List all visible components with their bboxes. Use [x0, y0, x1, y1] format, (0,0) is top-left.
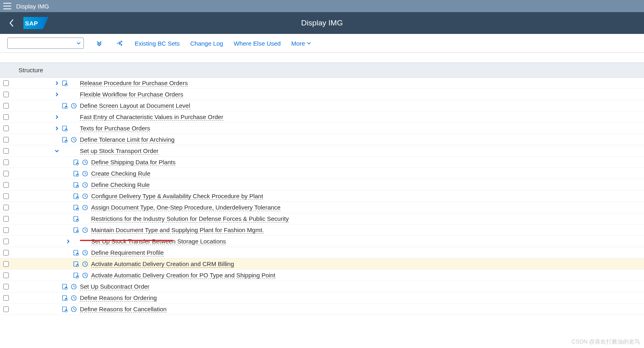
img-execute-icon[interactable] — [81, 272, 89, 279]
img-doc-icon[interactable] — [73, 226, 80, 234]
tree-row-label[interactable]: Create Checking Rule — [91, 170, 150, 177]
row-checkbox[interactable] — [3, 227, 9, 233]
img-execute-icon[interactable] — [81, 181, 89, 189]
tree-row[interactable]: Texts for Purchase Orders — [0, 123, 644, 134]
row-checkbox[interactable] — [3, 295, 9, 301]
img-doc-icon[interactable] — [61, 80, 69, 87]
tree-row[interactable]: Maintain Document Type and Supplying Pla… — [0, 224, 644, 236]
tree-row-label[interactable]: Fast Entry of Characteristic Values in P… — [80, 113, 223, 121]
tree-row[interactable]: Configure Delivery Type & Availability C… — [0, 191, 644, 202]
img-execute-icon[interactable] — [70, 306, 77, 313]
img-execute-icon[interactable] — [70, 294, 77, 302]
tree-row-label[interactable]: Assign Document Type, One-Step Procedure… — [91, 204, 281, 211]
expand-all-icon[interactable] — [94, 38, 104, 48]
img-execute-icon[interactable] — [81, 226, 89, 234]
tree-row[interactable]: Activate Automatic Delivery Creation and… — [0, 258, 644, 270]
more-menu[interactable]: More — [291, 40, 311, 47]
tree-row[interactable]: Fast Entry of Characteristic Values in P… — [0, 111, 644, 123]
menu-hamburger-icon[interactable] — [3, 3, 11, 9]
find-position-icon[interactable] — [115, 38, 124, 48]
row-checkbox[interactable] — [3, 171, 9, 176]
img-doc-icon[interactable] — [73, 170, 80, 177]
row-checkbox[interactable] — [3, 114, 9, 120]
img-execute-icon[interactable] — [70, 102, 77, 109]
img-doc-icon[interactable] — [73, 272, 80, 279]
tree-row[interactable]: Set Up Stock Transfer Between Storage Lo… — [0, 236, 644, 247]
tree-row-label[interactable]: Flexible Workflow for Purchase Orders — [80, 91, 183, 98]
tree-row-label[interactable]: Maintain Document Type and Supplying Pla… — [91, 226, 264, 234]
tree-row[interactable]: Define Reasons for Cancellation — [0, 304, 644, 315]
row-checkbox[interactable] — [3, 92, 9, 97]
tree-row[interactable]: Define Checking Rule — [0, 179, 644, 191]
img-doc-icon[interactable] — [73, 249, 80, 256]
expand-icon[interactable] — [52, 126, 61, 131]
row-checkbox[interactable] — [3, 216, 9, 222]
tree-row-label[interactable]: Restrictions for the Industry Solution f… — [91, 215, 289, 222]
tree-row-label[interactable]: Set up Stock Transport Order — [80, 147, 158, 155]
tree-row[interactable]: Define Tolerance Limit for Archiving — [0, 134, 644, 145]
img-doc-icon[interactable] — [73, 204, 80, 211]
img-doc-icon[interactable] — [61, 136, 69, 143]
row-checkbox[interactable] — [3, 137, 9, 143]
tree-row[interactable]: Define Requirement Profile — [0, 247, 644, 258]
tree-row-label[interactable]: Define Reasons for Ordering — [80, 294, 157, 302]
tree-row-label[interactable]: Define Reasons for Cancellation — [80, 306, 167, 313]
tree-row[interactable]: Activate Automatic Delivery Creation for… — [0, 270, 644, 281]
img-execute-icon[interactable] — [81, 249, 89, 256]
img-doc-icon[interactable] — [61, 306, 69, 313]
row-checkbox[interactable] — [3, 159, 9, 165]
img-execute-icon[interactable] — [81, 193, 89, 200]
tree-row[interactable]: Define Screen Layout at Document Level — [0, 100, 644, 111]
tree-row-label[interactable]: Define Shipping Data for Plants — [91, 159, 175, 166]
existing-bc-sets-link[interactable]: Existing BC Sets — [135, 40, 180, 47]
img-doc-icon[interactable] — [61, 283, 69, 290]
tree-row-label[interactable]: Activate Automatic Delivery Creation and… — [91, 260, 234, 268]
row-checkbox[interactable] — [3, 193, 9, 199]
expand-icon[interactable] — [52, 115, 61, 119]
row-checkbox[interactable] — [3, 103, 9, 109]
img-doc-icon[interactable] — [73, 159, 80, 166]
row-checkbox[interactable] — [3, 306, 9, 312]
tree-row-label[interactable]: Set Up Subcontract Order — [80, 283, 150, 290]
row-checkbox[interactable] — [3, 126, 9, 131]
tree-row[interactable]: Set up Stock Transport Order — [0, 145, 644, 157]
img-doc-icon[interactable] — [73, 215, 80, 222]
img-execute-icon[interactable] — [81, 260, 89, 268]
tree-row-label[interactable]: Activate Automatic Delivery Creation for… — [91, 272, 275, 279]
img-execute-icon[interactable] — [81, 204, 89, 211]
row-checkbox[interactable] — [3, 239, 9, 244]
row-checkbox[interactable] — [3, 261, 9, 267]
tree-row-label[interactable]: Configure Delivery Type & Availability C… — [91, 193, 263, 200]
row-checkbox[interactable] — [3, 80, 9, 86]
tree-row[interactable]: Flexible Workflow for Purchase Orders — [0, 89, 644, 100]
tree-row[interactable]: Restrictions for the Industry Solution f… — [0, 213, 644, 224]
tree-row-label[interactable]: Set Up Stock Transfer Between Storage Lo… — [91, 238, 226, 245]
expand-icon[interactable] — [52, 92, 61, 97]
img-execute-icon[interactable] — [81, 159, 89, 166]
img-doc-icon[interactable] — [61, 125, 69, 132]
expand-icon[interactable] — [64, 239, 73, 244]
row-checkbox[interactable] — [3, 284, 9, 289]
img-execute-icon[interactable] — [81, 170, 89, 177]
tree-row-label[interactable]: Release Procedure for Purchase Orders — [80, 80, 188, 87]
img-doc-icon[interactable] — [73, 193, 80, 200]
tree-row[interactable]: Set Up Subcontract Order — [0, 281, 644, 292]
row-checkbox[interactable] — [3, 182, 9, 188]
row-checkbox[interactable] — [3, 250, 9, 256]
img-doc-icon[interactable] — [73, 260, 80, 268]
img-doc-icon[interactable] — [61, 102, 69, 109]
row-checkbox[interactable] — [3, 205, 9, 210]
change-log-link[interactable]: Change Log — [190, 40, 223, 47]
row-checkbox[interactable] — [3, 273, 9, 278]
row-checkbox[interactable] — [3, 148, 9, 154]
back-button[interactable] — [0, 12, 23, 34]
tree-row[interactable]: Create Checking Rule — [0, 168, 644, 179]
tree-row-label[interactable]: Define Screen Layout at Document Level — [80, 102, 190, 109]
tree-row[interactable]: Release Procedure for Purchase Orders — [0, 78, 644, 89]
img-doc-icon[interactable] — [61, 294, 69, 302]
tree-row[interactable]: Define Shipping Data for Plants — [0, 157, 644, 168]
tree-row-label[interactable]: Define Checking Rule — [91, 181, 150, 189]
where-else-used-link[interactable]: Where Else Used — [233, 40, 281, 47]
tree-row[interactable]: Assign Document Type, One-Step Procedure… — [0, 202, 644, 213]
collapse-icon[interactable] — [52, 149, 61, 153]
